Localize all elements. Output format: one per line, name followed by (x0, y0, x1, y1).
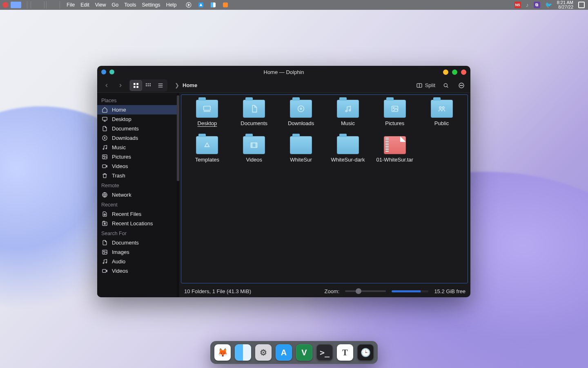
menu-settings[interactable]: Settings (142, 2, 160, 8)
sidebar-item-desktop[interactable]: Desktop (97, 114, 177, 124)
svg-rect-46 (251, 143, 252, 148)
folder-icon (337, 136, 359, 154)
tray-music-icon[interactable]: ♪ (526, 2, 529, 8)
file-item[interactable]: Downloads (278, 100, 324, 126)
back-button[interactable] (101, 80, 112, 91)
split-label: Split (425, 82, 435, 88)
file-item[interactable]: Desktop (185, 100, 230, 126)
statusbar: 10 Folders, 1 File (41.3 MiB) Zoom: 15.2… (179, 285, 470, 297)
svg-rect-6 (136, 83, 138, 85)
video-icon (101, 163, 108, 169)
panel-launcher-icon[interactable] (2, 2, 8, 8)
sidebar-item-pictures[interactable]: Pictures (97, 152, 177, 162)
sidebar-item-documents[interactable]: Documents (97, 124, 177, 133)
close-button[interactable] (461, 70, 466, 75)
file-item[interactable]: Templates (185, 136, 230, 163)
sidebar-item-network[interactable]: Network (97, 190, 177, 200)
picture-icon (384, 100, 406, 118)
zoom-slider-knob[interactable] (356, 288, 361, 294)
view-compact-button[interactable] (142, 80, 154, 91)
taskbar-active-window[interactable] (11, 2, 21, 8)
download-icon (290, 100, 312, 118)
menu-edit[interactable]: Edit (80, 2, 89, 8)
menu-view[interactable]: View (95, 2, 106, 8)
sidebar-item-trash[interactable]: Trash (97, 171, 177, 180)
svg-point-26 (103, 156, 105, 157)
forward-button[interactable] (115, 80, 126, 91)
tray-chat-icon[interactable]: ⧉ (534, 2, 540, 8)
file-item[interactable]: Pictures (372, 100, 417, 126)
svg-point-35 (106, 262, 107, 263)
dock-files[interactable] (235, 344, 251, 361)
file-view[interactable]: DesktopDocumentsDownloadsMusicPicturesPu… (181, 94, 468, 283)
dock-clock[interactable]: 🕒 (357, 344, 374, 361)
clock[interactable]: 8:21 AM 8/27/22 (557, 0, 573, 9)
dock-terminal[interactable]: >_ (316, 344, 333, 361)
file-label: Videos (246, 157, 262, 163)
dock-settings[interactable]: ⚙ (255, 344, 272, 361)
sidebar-item-videos[interactable]: Videos (97, 266, 177, 276)
sidebar-item-music[interactable]: Music (97, 143, 177, 152)
picture-icon (101, 249, 108, 255)
folder-icon (337, 100, 359, 118)
file-item[interactable]: 01-WhiteSur.tar (372, 136, 417, 163)
recent-loc-icon (101, 220, 108, 227)
file-label: Music (341, 120, 355, 126)
svg-point-40 (349, 110, 351, 111)
file-label: Pictures (385, 120, 404, 126)
zoom-slider[interactable] (345, 290, 386, 292)
network-icon (101, 192, 108, 198)
file-item[interactable]: WhiteSur (278, 136, 324, 163)
sidebar-item-recent-files[interactable]: Recent Files (97, 209, 177, 219)
svg-rect-13 (148, 85, 149, 86)
appstore-tray-icon[interactable] (198, 2, 204, 8)
sidebar-item-downloads[interactable]: Downloads (97, 133, 177, 143)
file-item[interactable]: WhiteSur-dark (325, 136, 371, 163)
menu-go[interactable]: Go (112, 2, 119, 8)
titlebar[interactable]: Home — Dolphin (97, 66, 470, 78)
sidebar-item-label: Recent Locations (112, 220, 153, 227)
app-tray-icon[interactable] (222, 2, 229, 8)
file-item[interactable]: Videos (232, 136, 277, 163)
menu-tools[interactable]: Tools (124, 2, 136, 8)
svg-rect-10 (148, 83, 149, 84)
file-item[interactable]: Documents (232, 100, 277, 126)
sidebar-item-home[interactable]: Home (97, 105, 177, 114)
dock-text[interactable]: T (337, 344, 353, 361)
svg-rect-36 (102, 269, 106, 273)
dock-store[interactable]: A (276, 344, 292, 361)
dock-firefox[interactable]: 🦊 (214, 344, 231, 361)
finder-tray-icon[interactable] (210, 2, 216, 8)
show-desktop-icon[interactable] (578, 2, 585, 8)
minimize-button[interactable] (443, 70, 448, 75)
sidebar-item-documents[interactable]: Documents (97, 238, 177, 247)
video-icon (243, 136, 265, 154)
sidebar-item-label: Videos (112, 268, 128, 274)
sidebar-item-audio[interactable]: Audio (97, 257, 177, 266)
tray-twitter-icon[interactable]: 🐦 (545, 2, 552, 8)
file-item[interactable]: Public (419, 100, 464, 126)
file-item[interactable]: Music (325, 100, 371, 126)
dolphin-window: Home — Dolphin ❯ Home Split Place (97, 66, 470, 297)
view-icons-button[interactable] (130, 80, 142, 91)
menu-button[interactable] (457, 81, 466, 90)
sidebar-item-images[interactable]: Images (97, 247, 177, 257)
dock-vim[interactable]: V (296, 344, 312, 361)
split-button[interactable]: Split (416, 82, 435, 89)
sidebar-item-recent-locations[interactable]: Recent Locations (97, 219, 177, 228)
breadcrumb-current[interactable]: Home (183, 82, 197, 88)
menu-file[interactable]: File (67, 2, 75, 8)
svg-point-18 (460, 85, 461, 85)
svg-rect-12 (146, 85, 147, 86)
breadcrumb[interactable]: ❯ Home (175, 82, 197, 88)
play-icon[interactable] (185, 2, 192, 8)
folder-icon (337, 136, 359, 154)
search-button[interactable] (441, 81, 451, 90)
menu-help[interactable]: Help (166, 2, 177, 8)
sidebar-item-videos[interactable]: Videos (97, 162, 177, 171)
template-icon (196, 136, 218, 154)
maximize-button[interactable] (452, 70, 457, 75)
svg-rect-7 (134, 86, 136, 88)
tray-badge-icon[interactable]: NS (514, 2, 521, 8)
view-details-button[interactable] (154, 80, 167, 91)
